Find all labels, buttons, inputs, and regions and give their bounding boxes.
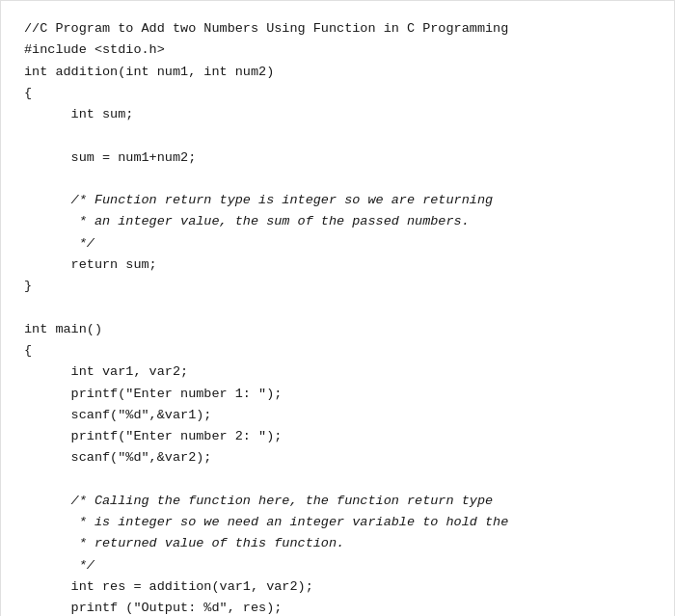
code-container: //C Program to Add two Numbers Using Fun… — [0, 0, 675, 616]
code-line-22: /* Calling the function here, the functi… — [24, 494, 493, 508]
code-line-10: */ — [24, 236, 94, 251]
code-line-9: * an integer value, the sum of the passe… — [24, 214, 470, 228]
code-line-17: printf("Enter number 1: "); — [24, 387, 282, 401]
code-line-0: //C Program to Add two Numbers Using Fun… — [24, 21, 508, 36]
code-line-25: */ — [24, 558, 94, 573]
code-line-8: /* Function return type is integer so we… — [24, 193, 493, 207]
code-line-26: int res = addition(var1, var2); — [24, 579, 313, 594]
code-line-27: printf ("Output: %d", res); — [24, 601, 282, 615]
code-line-2: int addition(int num1, int num2) — [24, 65, 274, 79]
code-line-20: scanf("%d",&var2); — [24, 450, 211, 465]
code-line-15: { — [24, 343, 32, 358]
code-line-3: { — [24, 86, 32, 100]
code-line-6: sum = num1+num2; — [24, 150, 196, 165]
code-line-1: #include <stdio.h> — [24, 42, 165, 57]
code-line-12: } — [24, 279, 32, 293]
code-line-24: * returned value of this function. — [24, 536, 344, 550]
code-block: //C Program to Add two Numbers Using Fun… — [24, 18, 651, 616]
code-line-18: scanf("%d",&var1); — [24, 408, 211, 422]
code-line-11: return sum; — [24, 257, 157, 272]
code-line-19: printf("Enter number 2: "); — [24, 429, 282, 443]
code-line-4: int sum; — [24, 107, 133, 121]
code-line-16: int var1, var2; — [24, 364, 188, 379]
code-line-14: int main() — [24, 322, 102, 336]
code-line-23: * is integer so we need an integer varia… — [24, 515, 508, 529]
